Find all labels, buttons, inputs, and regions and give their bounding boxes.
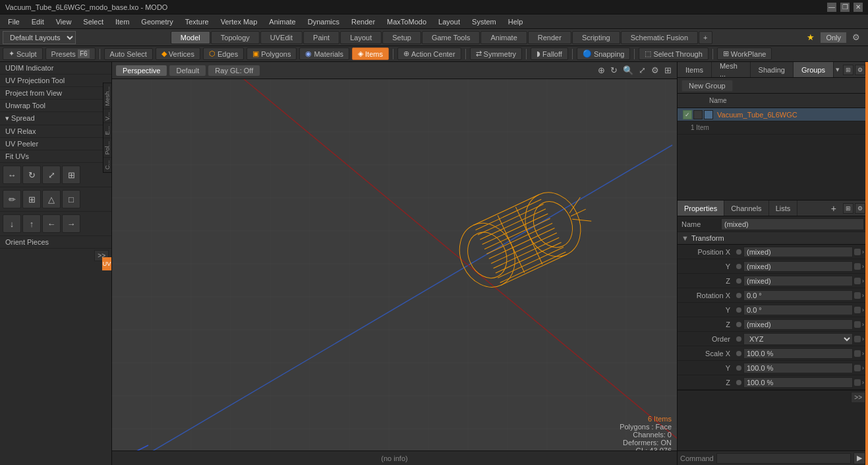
position-x-anim[interactable] <box>854 249 861 255</box>
tab-animate[interactable]: Animate <box>480 31 527 44</box>
menu-dynamics[interactable]: Dynamics <box>303 16 345 27</box>
sculpt-button[interactable]: ✦ Sculpt <box>3 47 43 60</box>
rp-tab-shading[interactable]: Shading <box>751 62 794 77</box>
sidetab-mesh[interactable]: Mesh... <box>103 83 111 109</box>
snapping-button[interactable]: 🔵 Snapping <box>577 47 631 60</box>
tab-setup[interactable]: Setup <box>382 31 421 44</box>
only-button[interactable]: Only <box>820 32 847 44</box>
scale-z-expand[interactable]: › <box>862 379 864 386</box>
props-tab-channels[interactable]: Channels <box>724 201 768 216</box>
name-input[interactable] <box>721 218 864 230</box>
grid-icon-btn[interactable]: ⊞ <box>22 190 41 208</box>
vp-fullscreen-icon[interactable]: ⊞ <box>663 65 673 75</box>
up-icon-btn[interactable]: ↑ <box>22 214 41 233</box>
menu-view[interactable]: View <box>51 16 77 27</box>
tab-model[interactable]: Model <box>171 31 210 44</box>
props-tab-properties[interactable]: Properties <box>678 201 724 216</box>
rp-tab-items[interactable]: Items <box>678 62 712 77</box>
rp-tab-groups[interactable]: Groups <box>794 62 834 77</box>
materials-button[interactable]: ◉ Materials <box>299 47 349 60</box>
rotation-z-anim[interactable] <box>854 321 861 328</box>
rotation-x-expand[interactable]: › <box>862 292 864 299</box>
rp-tab-mesh[interactable]: Mesh ... <box>712 62 751 77</box>
scale-x-anim[interactable] <box>854 350 861 357</box>
scale-icon-btn[interactable]: ⤢ <box>42 166 61 184</box>
sidetab-pol[interactable]: Pol... <box>103 138 111 158</box>
tab-paint[interactable]: Paint <box>303 31 339 44</box>
position-z-input[interactable] <box>743 276 853 286</box>
tab-add[interactable]: + <box>699 31 712 44</box>
udim-indicator[interactable]: UDIM Indicator <box>0 62 111 75</box>
edges-button[interactable]: ⬡ Edges <box>203 47 244 60</box>
rotate-icon-btn[interactable]: ↻ <box>22 166 41 184</box>
spread-section[interactable]: ▾ Spread <box>0 112 111 125</box>
minimize-button[interactable]: — <box>827 3 836 12</box>
tab-topology[interactable]: Topology <box>211 31 260 44</box>
position-y-input[interactable] <box>743 261 853 272</box>
unwrap-tool[interactable]: Unwrap Tool <box>0 100 111 112</box>
order-expand[interactable]: › <box>862 336 864 342</box>
props-settings-icon[interactable]: ⚙ <box>855 203 865 214</box>
scale-y-anim[interactable] <box>854 365 861 371</box>
fit-uvs[interactable]: Fit UVs <box>0 150 111 163</box>
menu-file[interactable]: File <box>3 16 25 27</box>
menu-item[interactable]: Item <box>110 16 134 27</box>
vp-expand-icon[interactable]: ⤢ <box>637 65 647 75</box>
vp-refresh-icon[interactable]: ↻ <box>609 65 619 75</box>
viewport[interactable]: Perspective Default Ray GL: Off ⊕ ↻ 🔍 ⤢ … <box>112 62 677 465</box>
position-y-expand[interactable]: › <box>862 263 864 270</box>
menu-texture[interactable]: Texture <box>180 16 214 27</box>
order-anim[interactable] <box>854 336 861 342</box>
auto-select-button[interactable]: Auto Select <box>104 48 153 60</box>
pen-icon-btn[interactable]: ✏ <box>3 190 21 208</box>
viewport-canvas[interactable]: 6 Items Polygons : Face Channels: 0 Defo… <box>112 79 677 465</box>
sidetab-c[interactable]: C... <box>103 157 111 172</box>
rotation-z-input[interactable] <box>743 319 853 330</box>
menu-animate[interactable]: Animate <box>264 16 301 27</box>
props-expand-icon[interactable]: ⊞ <box>843 203 854 214</box>
vp-tab-perspective[interactable]: Perspective <box>116 65 167 76</box>
uv-relax[interactable]: UV Relax <box>0 125 111 138</box>
project-from-view[interactable]: Project from View <box>0 87 111 100</box>
sidetab-v[interactable]: V... <box>103 109 111 123</box>
scale-x-input[interactable] <box>743 348 853 359</box>
rotation-y-expand[interactable]: › <box>862 307 864 313</box>
layout-select[interactable]: Default Layouts <box>3 31 76 44</box>
item-row-0[interactable]: ✓ Vacuum_Tube_6L6WGC <box>678 108 868 121</box>
action-center-button[interactable]: ⊕ Action Center <box>397 47 461 60</box>
symmetry-button[interactable]: ⇄ Symmetry <box>470 47 523 60</box>
props-expand-button[interactable]: >> <box>851 392 865 403</box>
scale-z-anim[interactable] <box>854 379 861 386</box>
tab-schematic-fusion[interactable]: Schematic Fusion <box>621 31 698 44</box>
tri-icon-btn[interactable]: △ <box>42 190 61 208</box>
props-tab-lists[interactable]: Lists <box>769 201 798 216</box>
uv-projection-tool[interactable]: UV Projection Tool <box>0 75 111 87</box>
falloff-button[interactable]: ◗ Falloff <box>531 47 568 60</box>
rotation-x-input[interactable] <box>743 290 853 301</box>
position-y-anim[interactable] <box>854 263 861 270</box>
vp-settings-icon[interactable]: ⚙ <box>650 65 660 75</box>
rp-chevron-icon[interactable]: ▾ <box>834 65 842 74</box>
command-input[interactable] <box>716 453 851 464</box>
position-z-anim[interactable] <box>854 278 861 284</box>
star-button[interactable]: ★ <box>804 32 817 42</box>
down-icon-btn[interactable]: ↓ <box>3 214 21 233</box>
item-eye-0[interactable]: ✓ <box>683 110 692 119</box>
position-x-expand[interactable]: › <box>862 249 864 255</box>
scale-y-input[interactable] <box>743 363 853 373</box>
select-through-button[interactable]: ⬚ Select Through <box>639 47 708 60</box>
menu-layout[interactable]: Layout <box>433 16 465 27</box>
close-button[interactable]: ✕ <box>854 3 863 12</box>
items-button[interactable]: ◈ Items <box>352 47 389 60</box>
uv-peeler[interactable]: UV Peeler <box>0 138 111 150</box>
menu-render[interactable]: Render <box>346 16 380 27</box>
item-vis-0[interactable] <box>704 110 713 119</box>
orient-pieces[interactable]: Orient Pieces <box>0 236 111 249</box>
gear-button[interactable]: ⚙ <box>850 32 863 42</box>
menu-select[interactable]: Select <box>78 16 109 27</box>
menu-geometry[interactable]: Geometry <box>136 16 178 27</box>
scale-x-expand[interactable]: › <box>862 350 864 357</box>
sidetab-e[interactable]: E... <box>103 123 111 138</box>
presets-button[interactable]: Presets F6 <box>45 47 96 60</box>
scale-y-expand[interactable]: › <box>862 365 864 371</box>
